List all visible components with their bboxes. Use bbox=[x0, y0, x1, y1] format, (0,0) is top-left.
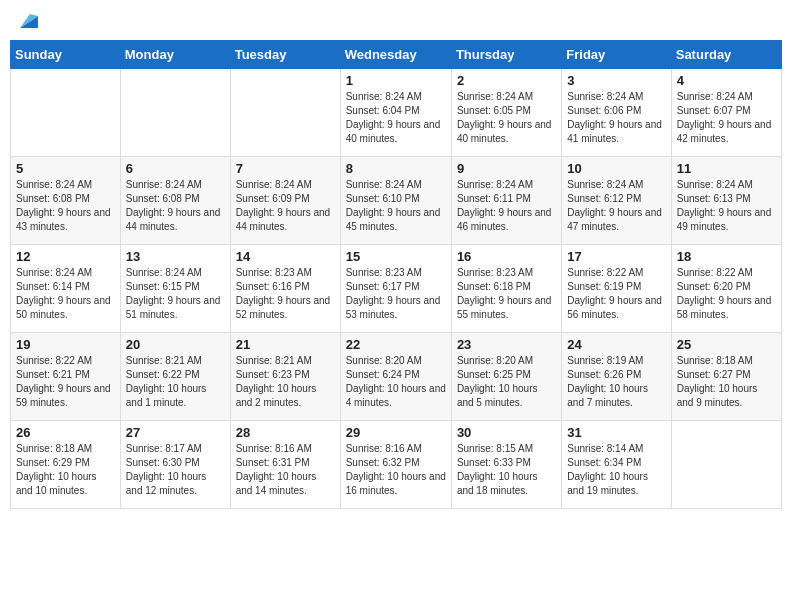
day-info: Sunrise: 8:15 AM Sunset: 6:33 PM Dayligh… bbox=[457, 442, 556, 498]
day-number: 10 bbox=[567, 161, 665, 176]
day-info: Sunrise: 8:17 AM Sunset: 6:30 PM Dayligh… bbox=[126, 442, 225, 498]
day-info: Sunrise: 8:22 AM Sunset: 6:20 PM Dayligh… bbox=[677, 266, 776, 322]
day-number: 23 bbox=[457, 337, 556, 352]
calendar-cell: 26Sunrise: 8:18 AM Sunset: 6:29 PM Dayli… bbox=[11, 421, 121, 509]
calendar-cell: 17Sunrise: 8:22 AM Sunset: 6:19 PM Dayli… bbox=[562, 245, 671, 333]
calendar-cell: 2Sunrise: 8:24 AM Sunset: 6:05 PM Daylig… bbox=[451, 69, 561, 157]
day-info: Sunrise: 8:24 AM Sunset: 6:08 PM Dayligh… bbox=[126, 178, 225, 234]
weekday-header-friday: Friday bbox=[562, 41, 671, 69]
calendar-cell: 13Sunrise: 8:24 AM Sunset: 6:15 PM Dayli… bbox=[120, 245, 230, 333]
calendar-cell: 20Sunrise: 8:21 AM Sunset: 6:22 PM Dayli… bbox=[120, 333, 230, 421]
weekday-header-monday: Monday bbox=[120, 41, 230, 69]
day-info: Sunrise: 8:24 AM Sunset: 6:04 PM Dayligh… bbox=[346, 90, 446, 146]
weekday-header-saturday: Saturday bbox=[671, 41, 781, 69]
weekday-header-sunday: Sunday bbox=[11, 41, 121, 69]
day-info: Sunrise: 8:24 AM Sunset: 6:07 PM Dayligh… bbox=[677, 90, 776, 146]
day-info: Sunrise: 8:18 AM Sunset: 6:29 PM Dayligh… bbox=[16, 442, 115, 498]
day-info: Sunrise: 8:24 AM Sunset: 6:08 PM Dayligh… bbox=[16, 178, 115, 234]
day-number: 20 bbox=[126, 337, 225, 352]
day-info: Sunrise: 8:24 AM Sunset: 6:05 PM Dayligh… bbox=[457, 90, 556, 146]
calendar-cell: 12Sunrise: 8:24 AM Sunset: 6:14 PM Dayli… bbox=[11, 245, 121, 333]
day-info: Sunrise: 8:24 AM Sunset: 6:14 PM Dayligh… bbox=[16, 266, 115, 322]
weekday-header-wednesday: Wednesday bbox=[340, 41, 451, 69]
calendar-cell bbox=[671, 421, 781, 509]
day-info: Sunrise: 8:18 AM Sunset: 6:27 PM Dayligh… bbox=[677, 354, 776, 410]
page-header bbox=[10, 10, 782, 32]
calendar-cell: 8Sunrise: 8:24 AM Sunset: 6:10 PM Daylig… bbox=[340, 157, 451, 245]
weekday-header-thursday: Thursday bbox=[451, 41, 561, 69]
day-info: Sunrise: 8:19 AM Sunset: 6:26 PM Dayligh… bbox=[567, 354, 665, 410]
day-info: Sunrise: 8:16 AM Sunset: 6:32 PM Dayligh… bbox=[346, 442, 446, 498]
day-number: 15 bbox=[346, 249, 446, 264]
day-number: 3 bbox=[567, 73, 665, 88]
calendar-cell: 28Sunrise: 8:16 AM Sunset: 6:31 PM Dayli… bbox=[230, 421, 340, 509]
day-info: Sunrise: 8:24 AM Sunset: 6:10 PM Dayligh… bbox=[346, 178, 446, 234]
day-number: 1 bbox=[346, 73, 446, 88]
calendar-cell: 21Sunrise: 8:21 AM Sunset: 6:23 PM Dayli… bbox=[230, 333, 340, 421]
day-number: 8 bbox=[346, 161, 446, 176]
calendar-cell bbox=[11, 69, 121, 157]
logo-icon bbox=[16, 10, 38, 32]
day-info: Sunrise: 8:21 AM Sunset: 6:23 PM Dayligh… bbox=[236, 354, 335, 410]
day-number: 4 bbox=[677, 73, 776, 88]
calendar-cell: 10Sunrise: 8:24 AM Sunset: 6:12 PM Dayli… bbox=[562, 157, 671, 245]
calendar-cell: 5Sunrise: 8:24 AM Sunset: 6:08 PM Daylig… bbox=[11, 157, 121, 245]
weekday-header-tuesday: Tuesday bbox=[230, 41, 340, 69]
day-number: 19 bbox=[16, 337, 115, 352]
day-number: 7 bbox=[236, 161, 335, 176]
calendar-table: SundayMondayTuesdayWednesdayThursdayFrid… bbox=[10, 40, 782, 509]
day-info: Sunrise: 8:24 AM Sunset: 6:12 PM Dayligh… bbox=[567, 178, 665, 234]
day-info: Sunrise: 8:14 AM Sunset: 6:34 PM Dayligh… bbox=[567, 442, 665, 498]
day-number: 12 bbox=[16, 249, 115, 264]
calendar-cell: 31Sunrise: 8:14 AM Sunset: 6:34 PM Dayli… bbox=[562, 421, 671, 509]
calendar-cell: 11Sunrise: 8:24 AM Sunset: 6:13 PM Dayli… bbox=[671, 157, 781, 245]
day-number: 14 bbox=[236, 249, 335, 264]
day-number: 31 bbox=[567, 425, 665, 440]
calendar-cell: 4Sunrise: 8:24 AM Sunset: 6:07 PM Daylig… bbox=[671, 69, 781, 157]
calendar-cell: 1Sunrise: 8:24 AM Sunset: 6:04 PM Daylig… bbox=[340, 69, 451, 157]
day-info: Sunrise: 8:20 AM Sunset: 6:24 PM Dayligh… bbox=[346, 354, 446, 410]
calendar-cell: 7Sunrise: 8:24 AM Sunset: 6:09 PM Daylig… bbox=[230, 157, 340, 245]
day-number: 22 bbox=[346, 337, 446, 352]
day-info: Sunrise: 8:24 AM Sunset: 6:15 PM Dayligh… bbox=[126, 266, 225, 322]
calendar-cell: 30Sunrise: 8:15 AM Sunset: 6:33 PM Dayli… bbox=[451, 421, 561, 509]
day-info: Sunrise: 8:23 AM Sunset: 6:16 PM Dayligh… bbox=[236, 266, 335, 322]
day-number: 29 bbox=[346, 425, 446, 440]
day-number: 28 bbox=[236, 425, 335, 440]
day-number: 24 bbox=[567, 337, 665, 352]
day-number: 6 bbox=[126, 161, 225, 176]
day-info: Sunrise: 8:24 AM Sunset: 6:13 PM Dayligh… bbox=[677, 178, 776, 234]
calendar-cell: 29Sunrise: 8:16 AM Sunset: 6:32 PM Dayli… bbox=[340, 421, 451, 509]
day-info: Sunrise: 8:24 AM Sunset: 6:09 PM Dayligh… bbox=[236, 178, 335, 234]
day-number: 2 bbox=[457, 73, 556, 88]
day-number: 30 bbox=[457, 425, 556, 440]
calendar-cell: 19Sunrise: 8:22 AM Sunset: 6:21 PM Dayli… bbox=[11, 333, 121, 421]
day-number: 17 bbox=[567, 249, 665, 264]
day-number: 26 bbox=[16, 425, 115, 440]
calendar-cell bbox=[120, 69, 230, 157]
calendar-cell: 23Sunrise: 8:20 AM Sunset: 6:25 PM Dayli… bbox=[451, 333, 561, 421]
day-info: Sunrise: 8:22 AM Sunset: 6:21 PM Dayligh… bbox=[16, 354, 115, 410]
calendar-cell: 18Sunrise: 8:22 AM Sunset: 6:20 PM Dayli… bbox=[671, 245, 781, 333]
day-number: 11 bbox=[677, 161, 776, 176]
day-number: 25 bbox=[677, 337, 776, 352]
calendar-cell: 22Sunrise: 8:20 AM Sunset: 6:24 PM Dayli… bbox=[340, 333, 451, 421]
day-info: Sunrise: 8:24 AM Sunset: 6:06 PM Dayligh… bbox=[567, 90, 665, 146]
day-info: Sunrise: 8:16 AM Sunset: 6:31 PM Dayligh… bbox=[236, 442, 335, 498]
calendar-cell: 9Sunrise: 8:24 AM Sunset: 6:11 PM Daylig… bbox=[451, 157, 561, 245]
day-number: 5 bbox=[16, 161, 115, 176]
day-info: Sunrise: 8:22 AM Sunset: 6:19 PM Dayligh… bbox=[567, 266, 665, 322]
calendar-cell: 6Sunrise: 8:24 AM Sunset: 6:08 PM Daylig… bbox=[120, 157, 230, 245]
calendar-cell: 27Sunrise: 8:17 AM Sunset: 6:30 PM Dayli… bbox=[120, 421, 230, 509]
day-info: Sunrise: 8:21 AM Sunset: 6:22 PM Dayligh… bbox=[126, 354, 225, 410]
day-number: 21 bbox=[236, 337, 335, 352]
day-number: 18 bbox=[677, 249, 776, 264]
day-info: Sunrise: 8:24 AM Sunset: 6:11 PM Dayligh… bbox=[457, 178, 556, 234]
day-number: 13 bbox=[126, 249, 225, 264]
calendar-cell: 24Sunrise: 8:19 AM Sunset: 6:26 PM Dayli… bbox=[562, 333, 671, 421]
day-number: 27 bbox=[126, 425, 225, 440]
calendar-cell: 16Sunrise: 8:23 AM Sunset: 6:18 PM Dayli… bbox=[451, 245, 561, 333]
day-info: Sunrise: 8:20 AM Sunset: 6:25 PM Dayligh… bbox=[457, 354, 556, 410]
calendar-cell bbox=[230, 69, 340, 157]
calendar-cell: 14Sunrise: 8:23 AM Sunset: 6:16 PM Dayli… bbox=[230, 245, 340, 333]
